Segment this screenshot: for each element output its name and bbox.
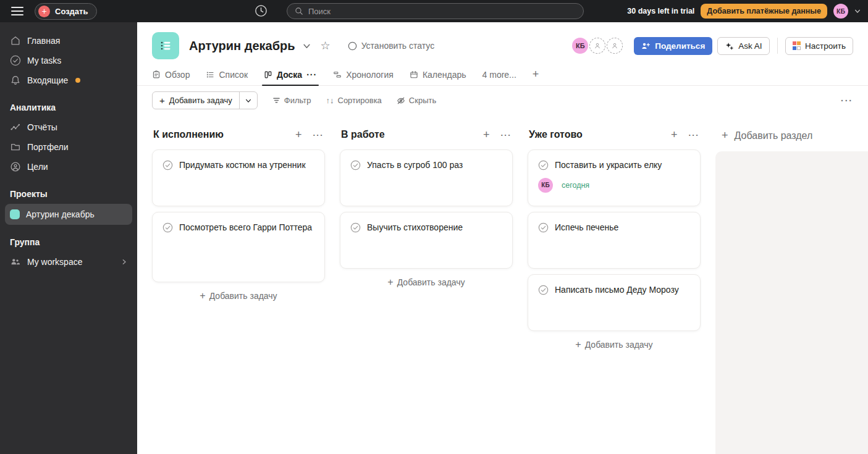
page-title: Артурин декабрь: [189, 39, 295, 53]
task-card[interactable]: Написать письмо Деду Морозу: [528, 274, 701, 331]
check-circle-icon[interactable]: [162, 160, 173, 170]
task-card[interactable]: Испечь печенье: [528, 212, 701, 269]
sidebar-item-goals[interactable]: Цели: [0, 157, 137, 177]
kanban-board: К исполнению + ··· Придумать костюм на у…: [137, 113, 868, 454]
add-tab-button[interactable]: +: [533, 68, 539, 85]
sidebar-item-my-workspace[interactable]: My workspace: [0, 252, 137, 272]
column-overflow-icon[interactable]: ···: [313, 130, 324, 140]
title-chevron-down-icon[interactable]: [303, 42, 311, 50]
check-circle-icon[interactable]: [538, 222, 549, 233]
tab-calendar[interactable]: Календарь: [410, 70, 466, 85]
billing-button[interactable]: Добавить платёжные данные: [701, 4, 827, 19]
column-overflow-icon[interactable]: ···: [501, 130, 512, 140]
eye-slash-icon: [397, 96, 405, 105]
task-card[interactable]: Посмотреть всего Гарри Поттера: [152, 212, 325, 282]
plus-icon: +: [200, 290, 205, 301]
sidebar-item-my-tasks[interactable]: My tasks: [0, 51, 137, 70]
home-icon: [10, 35, 21, 46]
share-button[interactable]: Поделиться: [634, 37, 712, 55]
check-circle-icon[interactable]: [538, 160, 549, 170]
tab-more[interactable]: 4 more...: [482, 70, 516, 85]
calendar-icon: [410, 70, 418, 79]
sidebar-item-label: Отчёты: [27, 122, 57, 132]
check-circle-icon[interactable]: [350, 160, 361, 170]
column-add-task-icon[interactable]: +: [295, 129, 302, 140]
topbar: + Создать 30 days left in trial Добавить…: [0, 0, 868, 22]
filter-button[interactable]: Фильтр: [272, 96, 311, 105]
set-status-button[interactable]: Установить статус: [348, 41, 435, 51]
plus-icon: +: [575, 339, 581, 350]
hide-button[interactable]: Скрыть: [397, 96, 436, 105]
task-card[interactable]: Упасть в сугроб 100 раз: [340, 149, 513, 206]
add-task-link[interactable]: + Добавить задачу: [340, 277, 513, 288]
add-task-button[interactable]: + Добавить задачу: [153, 92, 239, 109]
plus-icon: +: [722, 129, 728, 142]
toolbar-overflow-icon[interactable]: ···: [841, 96, 853, 106]
tab-timeline[interactable]: Хронология: [333, 70, 394, 85]
sidebar-item-label: Портфели: [27, 142, 69, 152]
project-icon[interactable]: [152, 32, 179, 59]
invite-avatar-placeholder[interactable]: [607, 38, 623, 54]
sidebar-item-inbox[interactable]: Входящие: [0, 70, 137, 90]
hide-label: Скрыть: [409, 96, 436, 105]
check-circle-icon[interactable]: [350, 222, 361, 233]
sidebar-item-label: Главная: [27, 36, 60, 46]
tab-overflow-icon[interactable]: ···: [306, 70, 317, 80]
add-task-link[interactable]: + Добавить задачу: [528, 339, 701, 350]
tab-label: Обзор: [165, 70, 190, 80]
column-header: В работе + ···: [340, 129, 513, 140]
share-people-icon: [641, 42, 651, 50]
column-overflow-icon[interactable]: ···: [689, 130, 700, 140]
view-tabs: Обзор Список Доска ··· Хронология Кале: [137, 67, 868, 86]
sidebar-item-portfolios[interactable]: Портфели: [0, 137, 137, 157]
sidebar-item-project-arturin[interactable]: Артурин декабрь: [5, 204, 132, 225]
tab-board[interactable]: Доска ···: [264, 70, 317, 85]
clock-icon[interactable]: [255, 4, 268, 17]
task-card[interactable]: Придумать костюм на утренник: [152, 149, 325, 206]
tab-label: Хронология: [346, 70, 394, 80]
member-avatar[interactable]: КБ: [572, 38, 588, 54]
customize-button[interactable]: Настроить: [785, 37, 853, 55]
task-card[interactable]: Выучить стихотворение: [340, 212, 513, 269]
assignee-avatar[interactable]: КБ: [538, 178, 553, 193]
check-circle-icon[interactable]: [162, 222, 173, 233]
board-icon: [264, 70, 272, 79]
add-section-button[interactable]: + Добавить раздел: [715, 129, 868, 142]
favorite-star-icon[interactable]: ☆: [321, 39, 331, 53]
sort-icon: ↑↓: [326, 96, 334, 105]
task-title: Придумать костюм на утренник: [179, 159, 306, 172]
column-add-task-icon[interactable]: +: [483, 129, 490, 140]
sidebar-item-label: Артурин декабрь: [26, 209, 95, 219]
task-card[interactable]: Поставить и украсить елку КБ сегодня: [528, 149, 701, 206]
search-input[interactable]: [308, 7, 576, 16]
sidebar-item-reports[interactable]: Отчёты: [0, 117, 137, 137]
tab-list[interactable]: Список: [206, 70, 248, 85]
sidebar-section-analytics: Аналитика: [0, 90, 137, 117]
sidebar-item-home[interactable]: Главная: [0, 31, 137, 51]
chevron-down-icon[interactable]: [854, 8, 861, 14]
ask-ai-button[interactable]: Ask AI: [717, 37, 769, 55]
list-icon: [206, 70, 214, 79]
add-task-link-label: Добавить задачу: [209, 291, 277, 301]
project-color-swatch: [10, 209, 20, 219]
column-add-task-icon[interactable]: +: [671, 129, 678, 140]
tab-overview[interactable]: Обзор: [152, 70, 190, 85]
add-task-link[interactable]: + Добавить задачу: [152, 290, 325, 301]
sidebar-item-label: My tasks: [27, 56, 61, 65]
task-title: Написать письмо Деду Морозу: [555, 284, 679, 297]
invite-avatar-placeholder[interactable]: [589, 38, 605, 54]
sidebar-section-team: Группа: [0, 225, 137, 252]
column-header: К исполнению + ···: [152, 129, 325, 140]
chevron-right-icon[interactable]: [121, 259, 127, 265]
board-column-done: Уже готово + ··· Поставить и украсить ел…: [528, 129, 701, 350]
menu-icon[interactable]: [11, 7, 23, 15]
add-section-dropzone[interactable]: [715, 151, 868, 454]
sort-button[interactable]: ↑↓ Сортировка: [326, 96, 382, 105]
user-avatar[interactable]: КБ: [833, 4, 848, 19]
add-task-dropdown-button[interactable]: [239, 92, 257, 109]
create-button[interactable]: + Создать: [35, 3, 97, 20]
check-circle-icon[interactable]: [538, 285, 549, 295]
sidebar-item-label: Входящие: [27, 75, 68, 85]
due-date[interactable]: сегодня: [562, 181, 589, 190]
search-bar[interactable]: [287, 3, 584, 19]
